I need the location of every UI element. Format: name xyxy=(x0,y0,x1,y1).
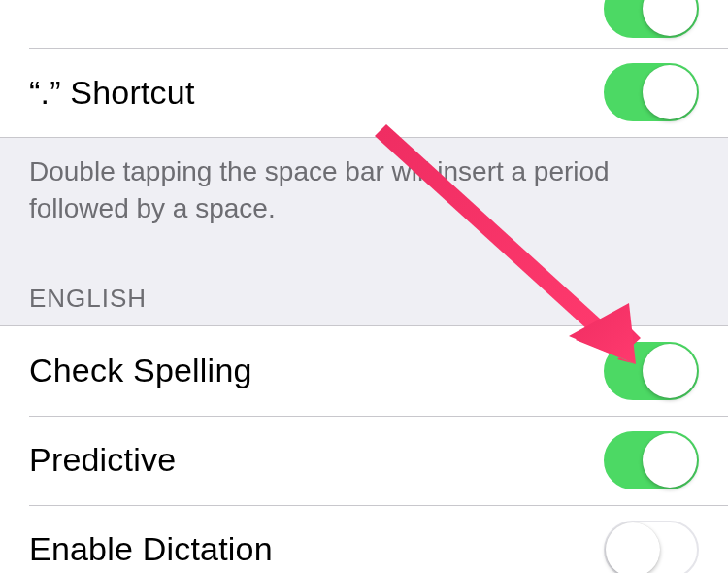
toggle-enable-dictation[interactable] xyxy=(604,521,699,573)
toggle-predictive[interactable] xyxy=(604,431,699,489)
row-check-spelling: Check Spelling xyxy=(0,326,728,416)
footer-period-shortcut: Double tapping the space bar will insert… xyxy=(0,138,728,249)
toggle-knob xyxy=(643,65,697,119)
label-check-spelling: Check Spelling xyxy=(29,352,252,389)
toggle-period-shortcut[interactable] xyxy=(604,63,699,121)
settings-group-english: Check Spelling Predictive Enable Dictati… xyxy=(0,325,728,573)
toggle-knob xyxy=(606,522,660,573)
toggle-character-preview[interactable] xyxy=(604,0,699,38)
row-character-preview: Character Preview xyxy=(0,0,728,48)
section-header-english: ENGLISH xyxy=(0,249,728,325)
row-predictive: Predictive xyxy=(0,416,728,505)
label-predictive: Predictive xyxy=(29,441,176,479)
row-period-shortcut: “.” Shortcut xyxy=(0,48,728,137)
label-enable-dictation: Enable Dictation xyxy=(29,530,273,568)
row-enable-dictation: Enable Dictation xyxy=(0,505,728,573)
settings-group-general: Character Preview “.” Shortcut xyxy=(0,0,728,138)
toggle-knob xyxy=(643,433,697,488)
toggle-knob xyxy=(643,344,697,398)
toggle-check-spelling[interactable] xyxy=(604,342,699,400)
label-period-shortcut: “.” Shortcut xyxy=(29,74,195,112)
